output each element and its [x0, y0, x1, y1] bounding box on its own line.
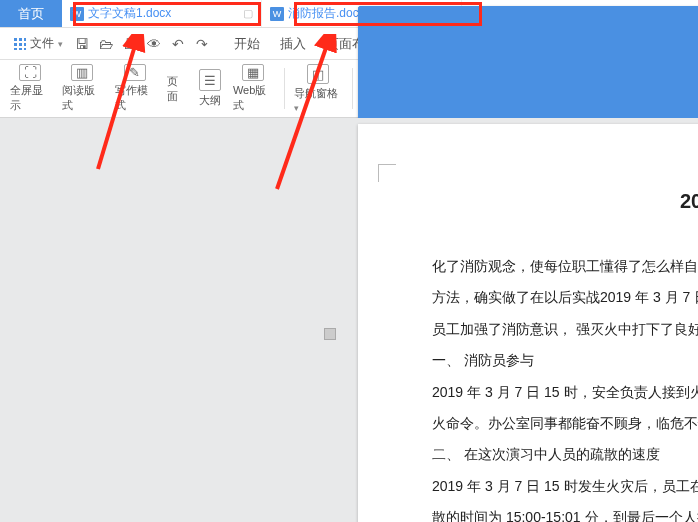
doc-text: 方法，确实做了在以后实战2019 年 3 月 7 日 15 时，我 — [404, 283, 698, 312]
doc-text: 火命令。办公室同事都能奋不顾身，临危不惧，娴熟 — [404, 409, 698, 438]
label: 导航窗格 ▾ — [294, 86, 342, 113]
document-viewport[interactable]: 2019 年度消防 化了消防观念，使每位职工懂得了怎么样自救， 方法，确实做了在… — [0, 118, 698, 522]
nav-pane-button[interactable]: ◫ 导航窗格 ▾ — [290, 64, 346, 113]
outline-button[interactable]: ☰ 大纲 — [195, 64, 225, 113]
tab-label: 消防报告.docx — [288, 5, 365, 22]
page-view-button[interactable]: ▤ 页面 — [163, 64, 191, 113]
doc-section: 一、 消防员参与 — [404, 346, 698, 375]
chevron-down-icon: ▾ — [58, 39, 63, 49]
save-icon[interactable]: 🖫 — [71, 33, 93, 55]
compass-icon: ◫ — [307, 64, 329, 84]
web-icon: ▦ — [242, 64, 264, 81]
doc-text: 2019 年 3 月 7 日 15 时，安全负责人接到火灾报 — [404, 378, 698, 407]
outline-icon: ☰ — [199, 69, 221, 91]
tab-label: 文字文稿1.docx — [88, 5, 171, 22]
ribbon-toolbar: ⛶ 全屏显示 ▥ 阅读版式 ✎ 写作模式 ▤ 页面 ☰ 大纲 ▦ Web版式 ◫… — [0, 60, 698, 118]
pen-icon: ✎ — [124, 64, 146, 81]
app-menu-button[interactable]: 文件 ▾ — [8, 35, 69, 52]
label: 阅读版式 — [62, 83, 102, 113]
write-mode-button[interactable]: ✎ 写作模式 — [111, 64, 159, 113]
fullscreen-icon: ⛶ — [19, 64, 41, 81]
document-page[interactable]: 2019 年度消防 化了消防观念，使每位职工懂得了怎么样自救， 方法，确实做了在… — [358, 124, 698, 522]
doc-text: 化了消防观念，使每位职工懂得了怎么样自救， — [404, 252, 698, 281]
read-mode-button[interactable]: ▥ 阅读版式 — [58, 64, 106, 113]
label: Web版式 — [233, 83, 274, 113]
doc-section: 二、 在这次演习中人员的疏散的速度 — [404, 440, 698, 469]
book-icon: ▥ — [71, 64, 93, 81]
divider — [284, 68, 285, 109]
side-handle-icon — [324, 328, 336, 340]
tab-window-icon[interactable]: ▢ — [243, 7, 253, 20]
doc-text: 散的时间为 15:00-15:01 分，到最后一个人撤离 — [404, 503, 698, 522]
fullscreen-button[interactable]: ⛶ 全屏显示 — [6, 64, 54, 113]
menu-insert[interactable]: 插入 — [271, 35, 315, 53]
label: 全屏显示 — [10, 83, 50, 113]
label: 写作模式 — [115, 83, 155, 113]
chevron-down-icon: ▾ — [294, 103, 299, 113]
preview-icon[interactable]: 👁 — [143, 33, 165, 55]
doc-text: 员工加强了消防意识， 强灭火中打下了良好的基础。 — [404, 315, 698, 344]
margin-corner-icon — [378, 164, 396, 182]
tab-doc1[interactable]: W 文字文稿1.docx ▢ — [62, 0, 262, 27]
label: 页面 — [167, 74, 187, 104]
web-view-button[interactable]: ▦ Web版式 — [229, 64, 278, 113]
word-doc-icon: W — [70, 7, 84, 21]
divider — [352, 68, 353, 109]
undo-icon[interactable]: ↶ — [167, 33, 189, 55]
redo-icon[interactable]: ↷ — [191, 33, 213, 55]
label: 大纲 — [199, 93, 221, 108]
word-doc-icon: W — [270, 7, 284, 21]
print-icon[interactable]: 🖶 — [119, 33, 141, 55]
menu-start[interactable]: 开始 — [225, 35, 269, 53]
open-icon[interactable]: 🗁 — [95, 33, 117, 55]
tab-home[interactable]: 首页 — [0, 0, 62, 27]
file-menu-label: 文件 — [30, 35, 54, 52]
app-grid-icon — [14, 38, 26, 50]
doc-text: 2019 年 3 月 7 日 15 时发生火灾后，员工在安 — [404, 472, 698, 501]
doc-title: 2019 年度消防 — [404, 180, 698, 222]
